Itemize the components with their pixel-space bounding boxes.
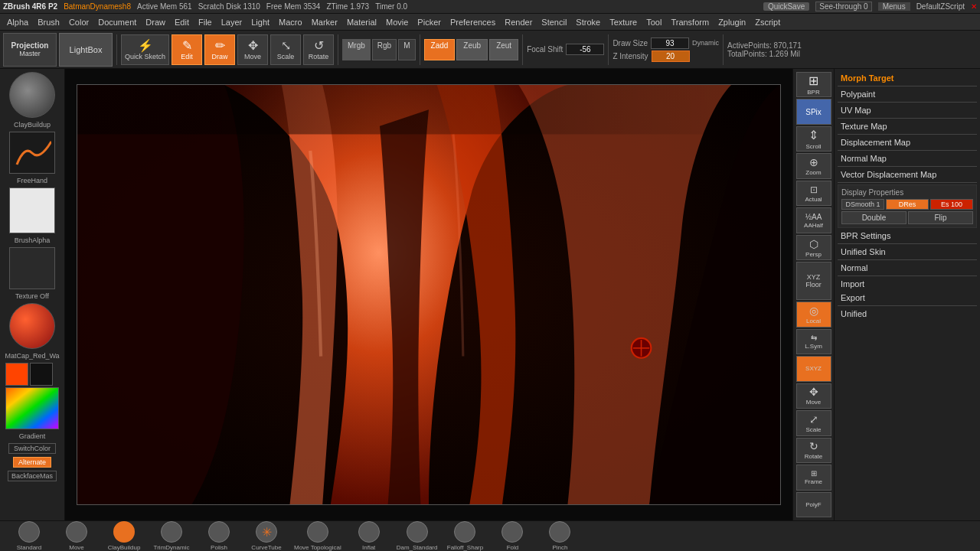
polypaint-title[interactable]: Polypaint <box>838 88 977 100</box>
brush-item-polish[interactable]: Polish <box>196 521 242 551</box>
menu-item-marker[interactable]: Marker <box>308 18 341 27</box>
canvas-area[interactable] <box>65 69 792 520</box>
rgb-button[interactable]: Rgb <box>372 39 397 60</box>
menus-button[interactable]: Menus <box>878 2 910 11</box>
m-button[interactable]: M <box>398 39 415 60</box>
menu-item-tool[interactable]: Tool <box>642 18 665 27</box>
matcap-preview[interactable] <box>9 303 55 349</box>
menu-item-layer[interactable]: Layer <box>217 18 247 27</box>
menu-item-render[interactable]: Render <box>501 18 536 27</box>
menu-item-movie[interactable]: Movie <box>382 18 412 27</box>
projection-master-button[interactable]: Projection Master <box>3 33 57 67</box>
rotate-rt-button[interactable]: ↻ Rotate <box>796 438 831 463</box>
displacement-title[interactable]: Displacement Map <box>838 136 977 148</box>
viewport-3d[interactable] <box>77 85 780 504</box>
actual-button[interactable]: ⊡ Actual <box>796 181 831 206</box>
export-title[interactable]: Export <box>838 292 977 304</box>
menu-item-light[interactable]: Light <box>247 18 273 27</box>
zadd-button[interactable]: Zadd <box>424 39 456 60</box>
move-rt-button[interactable]: ✥ Move <box>796 383 831 409</box>
unified-title[interactable]: Unified <box>838 308 977 320</box>
seethrough-toggle[interactable]: See-through 0 <box>815 2 871 11</box>
menu-item-material[interactable]: Material <box>343 18 381 27</box>
quick-sketch-button[interactable]: ⚡ Quick Sketch <box>121 34 169 65</box>
switchcolor-button[interactable]: SwitchColor <box>8 443 56 454</box>
menu-item-preferences[interactable]: Preferences <box>446 18 499 27</box>
brush-item-fold[interactable]: Fold <box>489 521 535 551</box>
brush-item-curvetube[interactable]: ✳CurveTube <box>243 521 289 551</box>
rotate-toolbar-button[interactable]: ↺ Rotate <box>303 34 334 65</box>
menu-item-macro[interactable]: Macro <box>275 18 306 27</box>
texture-map-title[interactable]: Texture Map <box>838 120 977 132</box>
foreground-color[interactable] <box>5 363 28 386</box>
zeub-button[interactable]: Zeub <box>456 39 488 60</box>
brush-item-falloff_sharp[interactable]: Falloff_Sharp <box>442 521 488 551</box>
mrgb-button[interactable]: Mrgb <box>342 39 371 60</box>
scale-rt-button[interactable]: ⤢ Scale <box>796 410 831 435</box>
brush-item-claybuildup[interactable]: ClayBuildup <box>101 521 147 551</box>
local-button[interactable]: ◎ Local <box>796 302 831 327</box>
frame-button[interactable]: ⊞ Frame <box>796 465 831 490</box>
freeland-preview[interactable] <box>9 132 55 174</box>
menu-item-file[interactable]: File <box>194 18 216 27</box>
import-title[interactable]: Import <box>838 278 977 290</box>
menu-item-draw[interactable]: Draw <box>142 18 169 27</box>
normal-map-title[interactable]: Normal Map <box>838 152 977 165</box>
brush-item-move-topological[interactable]: Move Topological <box>291 521 345 551</box>
uv-map-title[interactable]: UV Map <box>838 104 977 116</box>
lsym-button[interactable]: ⇆ L.Sym <box>796 329 831 354</box>
zeut-button[interactable]: Zeut <box>489 39 518 60</box>
brush-item-inflat[interactable]: Inflat <box>346 521 392 551</box>
backface-button[interactable]: BackfaceMas <box>8 471 57 481</box>
color-picker-area[interactable] <box>5 363 59 429</box>
lightbox-button[interactable]: LightBox <box>59 33 113 67</box>
bpr-button[interactable]: ⊞ BPR <box>796 72 831 97</box>
zoom-button[interactable]: ⊕ Zoom <box>796 153 831 178</box>
zscript-button[interactable]: DefaultZScript <box>916 2 965 11</box>
brushalpha-preview[interactable] <box>9 187 55 233</box>
brush-preview[interactable] <box>9 72 55 118</box>
draw-button[interactable]: ✏ Draw <box>204 34 235 65</box>
quicksave-button[interactable]: QuickSave <box>763 2 809 11</box>
polyf-rt-button[interactable]: PolyF <box>796 492 831 517</box>
brush-item-dam_standard[interactable]: Dam_Standard <box>394 521 441 551</box>
dres-button[interactable]: DRes <box>886 199 929 210</box>
scale-toolbar-button[interactable]: ⤡ Scale <box>270 34 301 65</box>
menu-item-zscript[interactable]: Zscript <box>751 18 784 27</box>
normal-title[interactable]: Normal <box>838 262 977 274</box>
edit-button[interactable]: ✎ Edit <box>172 34 202 65</box>
brush-item-move[interactable]: Move <box>54 521 100 551</box>
scroll-button[interactable]: ⇕ Scroll <box>796 126 831 152</box>
brush-item-trimdynamic[interactable]: TrimDynamic <box>149 521 194 551</box>
xyz-floor-group[interactable]: XYZ Floor <box>796 262 831 300</box>
menu-item-edit[interactable]: Edit <box>171 18 193 27</box>
bpr-settings-title[interactable]: BPR Settings <box>838 230 977 242</box>
double-button[interactable]: Double <box>841 211 906 224</box>
morph-target-title[interactable]: Morph Target <box>838 72 977 84</box>
menu-item-texture[interactable]: Texture <box>606 18 641 27</box>
close-button[interactable]: ✕ <box>971 2 977 11</box>
menu-item-stroke[interactable]: Stroke <box>572 18 604 27</box>
background-color[interactable] <box>30 363 53 386</box>
menu-item-color[interactable]: Color <box>65 18 93 27</box>
menu-item-brush[interactable]: Brush <box>34 18 64 27</box>
dsmooth-button[interactable]: DSmooth 1 <box>841 199 884 210</box>
menu-item-stencil[interactable]: Stencil <box>537 18 570 27</box>
menu-item-alpha[interactable]: Alpha <box>3 18 32 27</box>
color-gradient-picker[interactable] <box>5 387 59 429</box>
brush-item-standard[interactable]: Standard <box>6 521 52 551</box>
sxyz-button[interactable]: SXYZ <box>796 356 831 381</box>
persp-button[interactable]: ⬡ Persp <box>796 235 831 260</box>
es-button[interactable]: Es 100 <box>930 199 973 210</box>
menu-item-document[interactable]: Document <box>94 18 140 27</box>
vector-displacement-title[interactable]: Vector Displacement Map <box>838 168 977 181</box>
aahalf-button[interactable]: ½AA AAHalf <box>796 207 831 233</box>
menu-item-picker[interactable]: Picker <box>413 18 445 27</box>
texture-preview[interactable] <box>9 247 55 289</box>
flip-button[interactable]: Flip <box>908 211 973 224</box>
menu-item-zplugin[interactable]: Zplugin <box>714 18 750 27</box>
unified-skin-title[interactable]: Unified Skin <box>838 246 977 258</box>
alternate-button[interactable]: Alternate <box>13 457 51 468</box>
spix-button[interactable]: SPix <box>796 99 831 124</box>
brush-item-pinch[interactable]: Pinch <box>537 521 583 551</box>
